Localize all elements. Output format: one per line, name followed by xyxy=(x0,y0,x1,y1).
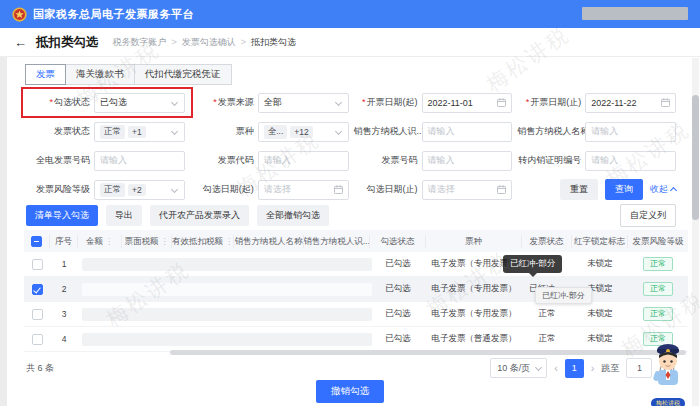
cancel-all-checks-button[interactable]: 全部撤销勾选 xyxy=(257,205,329,226)
filter-check-date-end: 勾选日期(止) 请选择 xyxy=(354,179,513,200)
filter-form: *勾选状态 已勾选 *发票来源 全部 *开票日期(起) 2022-11-01 *… xyxy=(26,92,676,200)
filter-domestic-sale-cert: 转内销证明编号 请输入 xyxy=(517,150,676,171)
tab-invoice[interactable]: 发票 xyxy=(25,64,66,85)
cell-seq: 3 xyxy=(50,309,78,319)
next-page-icon[interactable]: › xyxy=(591,362,595,374)
page-left-gutter xyxy=(0,57,7,406)
cancel-selection-button[interactable]: 撤销勾选 xyxy=(316,380,384,403)
seller-tax-id-input[interactable]: 请输入 xyxy=(422,122,513,142)
cell-seq: 4 xyxy=(50,334,78,344)
vertical-scrollbar-thumb[interactable] xyxy=(692,95,699,220)
invoice-source-select[interactable]: 全部 xyxy=(258,93,349,113)
check-status-select[interactable]: 已勾选 xyxy=(94,93,185,113)
select-all-checkbox[interactable] xyxy=(31,236,42,247)
jump-label: 跳至 xyxy=(601,362,619,375)
page-size-select[interactable]: 10 条/页 xyxy=(490,358,547,378)
import-check-button[interactable]: 清单导入勾选 xyxy=(26,205,98,226)
prev-page-icon[interactable]: ‹ xyxy=(554,362,558,374)
ticket-type-multiselect[interactable]: 全...+12 xyxy=(258,122,349,142)
app-title: 国家税务总局电子发票服务平台 xyxy=(33,7,194,22)
filter-label: 发票状态 xyxy=(54,126,90,136)
filter-label: 开票日期(起) xyxy=(367,97,418,107)
tax-emblem-icon xyxy=(12,7,27,22)
required-asterisk: * xyxy=(362,97,366,107)
col-header-tax[interactable]: 票面税额 xyxy=(122,235,172,248)
cell-check-status: 已勾选 xyxy=(370,283,426,295)
cell-invoice-status: 正常 xyxy=(522,308,572,320)
col-header-check-status: 勾选状态 xyxy=(370,235,426,248)
tab-withholding-certificate[interactable]: 代扣代缴完税凭证 xyxy=(134,64,232,85)
user-info-redacted xyxy=(582,7,688,20)
breadcrumb-item[interactable]: 税务数字账户 xyxy=(113,36,167,49)
chevron-down-icon xyxy=(171,185,178,192)
filter-label: 发票代码 xyxy=(218,155,254,165)
tooltip-red-flush-partial: 已红冲-部分 xyxy=(503,255,562,273)
filter-label: 勾选状态 xyxy=(54,97,90,107)
filter-seller-name: 销售方纳税人名称 请输入 xyxy=(517,121,676,142)
page-number-current[interactable]: 1 xyxy=(565,359,584,378)
domestic-sale-cert-input[interactable]: 请输入 xyxy=(585,151,676,171)
page-title: 抵扣类勾选 xyxy=(36,34,99,51)
required-asterisk: * xyxy=(526,97,530,107)
issue-date-end-input[interactable]: 2022-11-22 xyxy=(585,93,676,113)
search-button[interactable]: 查询 xyxy=(605,179,643,200)
risk-level-multiselect[interactable]: 正常+2 xyxy=(94,180,185,200)
pagination-bar: 共 6 条 10 条/页 ‹ 1 › 跳至 1 /1页 xyxy=(26,358,676,378)
filter-issue-date-end: *开票日期(止) 2022-11-22 xyxy=(517,92,676,113)
col-header-seq: 序号 xyxy=(50,235,78,248)
export-button[interactable]: 导出 xyxy=(106,205,142,226)
col-header-amount[interactable]: 金额 xyxy=(78,235,122,248)
row-checkbox[interactable] xyxy=(32,259,43,270)
agri-invoice-entry-button[interactable]: 代开农产品发票录入 xyxy=(150,205,249,226)
table-row: 3 已勾选 电子发票（专用发票） 正常 未锁定 正常 xyxy=(24,302,688,327)
e-invoice-number-input[interactable]: 请输入 xyxy=(94,151,185,171)
risk-badge: 正常 xyxy=(643,307,673,321)
collapse-link[interactable]: 收起 xyxy=(650,183,676,196)
chevron-down-icon xyxy=(535,364,542,371)
invoice-number-input[interactable]: 请输入 xyxy=(422,151,513,171)
breadcrumb-item-current: 抵扣类勾选 xyxy=(251,36,296,49)
breadcrumb: 税务数字账户 > 发票勾选确认 > 抵扣类勾选 xyxy=(113,36,297,49)
horizontal-scrollbar[interactable] xyxy=(170,350,686,355)
invoice-type-tabs: 发票 海关缴款书 代扣代缴完税凭证 xyxy=(26,64,232,85)
cell-ticket-type: 电子发票（专用发票） xyxy=(426,308,522,320)
cell-seq: 1 xyxy=(50,259,78,269)
breadcrumb-item[interactable]: 发票勾选确认 xyxy=(182,36,236,49)
issue-date-start-input[interactable]: 2022-11-01 xyxy=(422,93,513,113)
filter-risk-level: 发票风险等级 正常+2 xyxy=(26,179,185,200)
chevron-down-icon xyxy=(171,127,178,134)
tab-customs-payment[interactable]: 海关缴款书 xyxy=(65,64,135,85)
reset-button[interactable]: 重置 xyxy=(560,179,598,200)
cell-red-lock: 未锁定 xyxy=(572,258,628,270)
table-header-row: 序号 金额 票面税额 有效抵扣税额 销售方纳税人名称 销售方纳税人识... 勾选… xyxy=(24,230,688,252)
check-date-start-input[interactable]: 请选择 xyxy=(258,180,349,200)
filter-label: 开票日期(止) xyxy=(530,97,581,107)
cell-check-status: 已勾选 xyxy=(370,308,426,320)
cell-ticket-type: 电子发票（普通发票） xyxy=(426,333,522,345)
filter-e-invoice-number: 全电发票号码 请输入 xyxy=(26,150,185,171)
calendar-icon xyxy=(497,185,506,194)
filter-invoice-number: 发票号码 请输入 xyxy=(354,150,513,171)
invoice-code-input[interactable]: 请输入 xyxy=(258,151,349,171)
invoice-status-multiselect[interactable]: 正常+1 xyxy=(94,122,185,142)
cell-check-status: 已勾选 xyxy=(370,333,426,345)
col-header-red-lock: 红字锁定标志 xyxy=(572,235,628,248)
row-checkbox[interactable] xyxy=(32,309,43,320)
filter-label: 全电发票号码 xyxy=(36,155,90,165)
custom-columns-button[interactable]: 自定义列 xyxy=(620,204,676,227)
check-date-end-input[interactable]: 请选择 xyxy=(422,180,513,200)
filter-invoice-code: 发票代码 请输入 xyxy=(190,150,349,171)
filter-label: 勾选日期(起) xyxy=(203,184,254,194)
row-checkbox[interactable] xyxy=(32,334,43,345)
back-arrow-icon[interactable]: ← xyxy=(14,35,27,50)
col-header-deductible-tax[interactable]: 有效抵扣税额 xyxy=(172,235,234,248)
breadcrumb-separator: > xyxy=(172,37,177,47)
filter-buttons: 重置 查询 收起 xyxy=(517,179,676,200)
app-header: 国家税务总局电子发票服务平台 xyxy=(0,0,700,28)
row-checkbox-checked[interactable] xyxy=(32,284,43,295)
col-header-risk-level: 发票风险等级 xyxy=(628,235,688,248)
filter-ticket-type: 票种 全...+12 xyxy=(190,121,349,142)
table-row: 1 已勾选 电子发票（专用发票） 未锁定 正常 xyxy=(24,252,688,277)
seller-name-input[interactable]: 请输入 xyxy=(585,122,676,142)
col-header-ticket-type: 票种 xyxy=(426,235,522,248)
